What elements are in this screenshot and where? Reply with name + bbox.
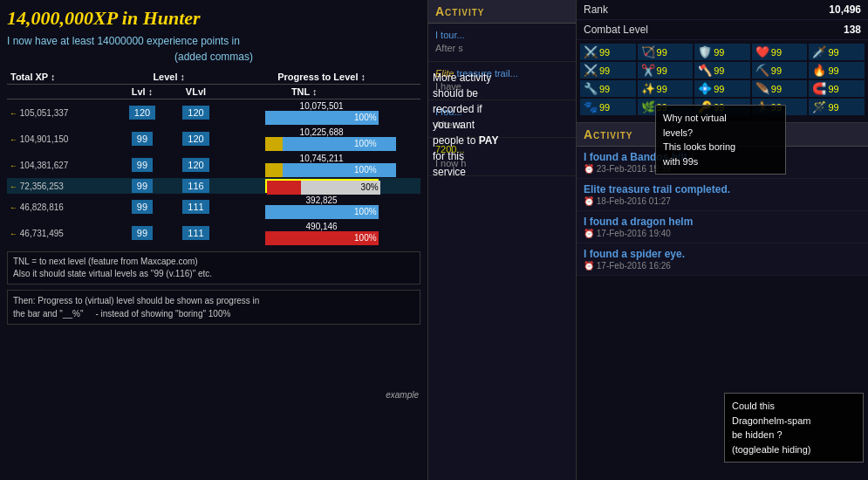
skill-cell-19[interactable]: 🪄99 bbox=[809, 99, 865, 115]
main-title: 14,000,000XP in Hunter bbox=[7, 7, 420, 30]
clock-icon-3: ⏰ bbox=[584, 261, 594, 271]
lvl-cell-3: 99 bbox=[115, 178, 169, 194]
sub-lvl[interactable]: Lvl ↕ bbox=[115, 85, 169, 99]
skill-cell-9[interactable]: 🔥99 bbox=[809, 62, 865, 79]
activity-item-4: 7200... I now h bbox=[428, 138, 576, 176]
activity-items-mid: I tour... After s Elite treasure trail..… bbox=[428, 24, 576, 176]
skill-cell-10[interactable]: 🔧99 bbox=[580, 80, 636, 97]
dragon-helm-tooltip: Could thisDragonhelm-spambe hidden ?(tog… bbox=[724, 393, 864, 463]
skill-cell-2[interactable]: 🛡️99 bbox=[694, 44, 750, 60]
skill-cell-14[interactable]: 🧲99 bbox=[809, 80, 865, 97]
activity-item-1: I tour... After s bbox=[428, 24, 576, 62]
skill-cell-1[interactable]: 🏹99 bbox=[638, 44, 694, 60]
sub-vlvl: VLvl bbox=[169, 85, 223, 99]
skill-icon-4: 🗡️ bbox=[812, 45, 826, 58]
skill-icon-3: ❤️ bbox=[755, 45, 769, 58]
clock-icon-2: ⏰ bbox=[584, 229, 594, 238]
skill-icon-6: ✂️ bbox=[641, 64, 655, 77]
skill-val-19: 99 bbox=[828, 102, 838, 113]
activity-right-item-1: Elite treasure trail completed. ⏰ 18-Feb… bbox=[577, 179, 868, 211]
skill-icon-12: 💠 bbox=[698, 82, 712, 95]
skill-val-2: 99 bbox=[714, 47, 724, 58]
skill-val-3: 99 bbox=[771, 47, 782, 58]
activity-right-item-2: I found a dragon helm ⏰ 17-Feb-2016 19:4… bbox=[577, 211, 868, 243]
added-commas: (added commas) bbox=[7, 51, 420, 63]
skill-cell-6[interactable]: ✂️99 bbox=[638, 62, 694, 79]
subtitle-text: I now have at least 14000000 experience … bbox=[7, 35, 420, 47]
virtual-tooltip: Why not virtuallevels?This looks boringw… bbox=[655, 105, 786, 175]
skill-icon-19: 🪄 bbox=[812, 100, 826, 113]
skill-val-10: 99 bbox=[599, 84, 610, 94]
skill-cell-11[interactable]: ✨99 bbox=[638, 80, 694, 97]
skill-val-1: 99 bbox=[657, 47, 667, 58]
clock-icon-1: ⏰ bbox=[584, 196, 594, 206]
skill-val-6: 99 bbox=[657, 65, 667, 76]
activity-right-title-2[interactable]: I found a dragon helm bbox=[584, 216, 861, 228]
activity-right-title-3[interactable]: I found a spider eye. bbox=[584, 248, 861, 260]
xp-cell-4: ← 46,828,816 bbox=[7, 194, 115, 220]
skill-icon-16: 🌿 bbox=[641, 100, 655, 113]
vlvl-cell-1: 120 bbox=[169, 126, 223, 152]
skill-cell-12[interactable]: 💠99 bbox=[694, 80, 750, 97]
sub-pct bbox=[386, 85, 420, 99]
virtual-tooltip-text: Why not virtuallevels?This looks boringw… bbox=[663, 113, 735, 167]
tnl-cell-4: 392,825 100% bbox=[222, 194, 420, 220]
xp-cell-0: ← 105,051,337 bbox=[7, 99, 115, 127]
skill-icon-1: 🏹 bbox=[641, 45, 655, 58]
vlvl-cell-5: 111 bbox=[169, 220, 223, 246]
skill-val-13: 99 bbox=[771, 84, 782, 94]
lvl-cell-0: 120 bbox=[115, 99, 169, 127]
combat-value: 138 bbox=[844, 24, 861, 36]
skill-icon-10: 🔧 bbox=[584, 82, 598, 95]
skill-val-0: 99 bbox=[599, 47, 610, 58]
skill-icon-0: ⚔️ bbox=[584, 45, 598, 58]
example-label: example bbox=[386, 390, 419, 400]
skill-val-12: 99 bbox=[714, 84, 724, 94]
vlvl-cell-3: 116 bbox=[169, 178, 223, 194]
skill-icon-2: 🛡️ bbox=[698, 45, 712, 58]
rank-value: 10,496 bbox=[829, 3, 861, 16]
skill-val-9: 99 bbox=[828, 65, 838, 76]
skill-cell-0[interactable]: ⚔️99 bbox=[580, 44, 636, 60]
skill-cell-3[interactable]: ❤️99 bbox=[752, 44, 808, 60]
xp-cell-2: ← 104,381,627 bbox=[7, 152, 115, 178]
col-level[interactable]: Level ↕ bbox=[115, 70, 222, 85]
skill-cell-13[interactable]: 🪶99 bbox=[752, 80, 808, 97]
tnl-cell-0: 10,075,501 100% bbox=[222, 99, 420, 127]
activity-header-mid: Activity bbox=[428, 0, 576, 24]
skill-cell-15[interactable]: 🐾99 bbox=[580, 99, 636, 115]
vlvl-cell-0: 120 bbox=[169, 99, 223, 127]
vlvl-cell-4: 111 bbox=[169, 194, 223, 220]
skill-val-14: 99 bbox=[828, 84, 838, 94]
left-panel: 14,000,000XP in Hunter I now have at lea… bbox=[0, 0, 427, 480]
activity-item-2: Elite treasure trail... I have bbox=[428, 62, 576, 100]
skill-cell-5[interactable]: ⚔️99 bbox=[580, 62, 636, 79]
tnl-cell-5: 490,146 100% bbox=[222, 220, 420, 246]
dragon-tooltip-text: Could thisDragonhelm-spambe hidden ?(tog… bbox=[732, 401, 811, 455]
skill-icon-14: 🧲 bbox=[812, 82, 826, 95]
combat-label: Combat Level bbox=[584, 24, 844, 36]
right-panel: Rank 10,496 Combat Level 138 ⚔️99🏹99🛡️99… bbox=[576, 0, 868, 480]
lvl-cell-1: 99 bbox=[115, 126, 169, 152]
skill-val-8: 99 bbox=[771, 65, 782, 76]
skill-cell-8[interactable]: ⛏️99 bbox=[752, 62, 808, 79]
sub-total-xp bbox=[7, 85, 115, 99]
col-progress[interactable]: Progress to Level ↕ bbox=[222, 70, 420, 85]
xp-table: Total XP ↕ Level ↕ Progress to Level ↕ L… bbox=[7, 70, 420, 246]
skill-val-11: 99 bbox=[657, 84, 667, 94]
rank-label: Rank bbox=[584, 3, 829, 16]
xp-cell-5: ← 46,731,495 bbox=[7, 220, 115, 246]
xp-cell-3: ← 72,356,253 bbox=[7, 178, 115, 194]
skill-val-5: 99 bbox=[599, 65, 610, 76]
sub-tnl[interactable]: TNL ↕ bbox=[222, 85, 386, 99]
clock-icon-0: ⏰ bbox=[584, 164, 594, 174]
col-total-xp[interactable]: Total XP ↕ bbox=[7, 70, 115, 85]
skill-icon-9: 🔥 bbox=[812, 64, 826, 77]
activity-right-item-3: I found a spider eye. ⏰ 17-Feb-2016 16:2… bbox=[577, 243, 868, 276]
skill-icon-7: 🪓 bbox=[698, 64, 712, 77]
skill-cell-4[interactable]: 🗡️99 bbox=[809, 44, 865, 60]
skill-cell-7[interactable]: 🪓99 bbox=[694, 62, 750, 79]
tnl-cell-2: 10,745,211 100% bbox=[222, 152, 420, 178]
activity-right-title-1[interactable]: Elite treasure trail completed. bbox=[584, 183, 861, 195]
lvl-cell-2: 99 bbox=[115, 152, 169, 178]
